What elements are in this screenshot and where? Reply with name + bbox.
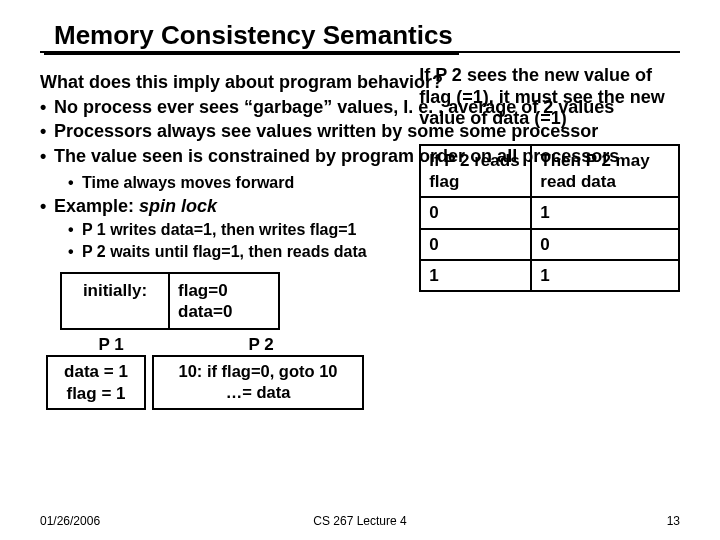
truth-th-2: Then P 2 may read data: [531, 145, 679, 198]
p1-line-2: flag = 1: [52, 383, 140, 404]
p1-code: data = 1 flag = 1: [46, 355, 146, 410]
cell-r1-b: 0: [531, 229, 679, 260]
sub-bullet-p2-text: P 2 waits until flag=1, then reads data: [82, 243, 367, 260]
cell-r2-a: 1: [420, 260, 531, 291]
initially-values: flag=0 data=0: [168, 272, 280, 331]
footer-course: CS 267 Lecture 4: [40, 514, 680, 528]
sub-bullet-p1-text: P 1 writes data=1, then writes flag=1: [82, 221, 356, 238]
sub-bullet-p1: •P 1 writes data=1, then writes flag=1: [40, 220, 411, 240]
right-note: If P 2 sees the new value of flag (=1), …: [419, 65, 680, 130]
initially-label: initially:: [60, 272, 168, 331]
p2-code: 10: if flag=0, goto 10 …= data: [152, 355, 364, 410]
table-row: 0 0: [420, 229, 679, 260]
example-bullet: •Example: spin lock: [40, 195, 411, 218]
title-bar: Memory Consistency Semantics: [40, 18, 680, 53]
cell-r1-a: 0: [420, 229, 531, 260]
truth-th-1: If P 2 reads flag: [420, 145, 531, 198]
cell-r0-a: 0: [420, 197, 531, 228]
code-diagram: initially: flag=0 data=0 P 1 P 2 data = …: [40, 272, 411, 410]
init-data: data=0: [178, 301, 270, 322]
sub-bullet-time: •Time always moves forward: [40, 173, 411, 193]
p2-line-1: 10: if flag=0, goto 10: [158, 361, 358, 382]
p1-line-1: data = 1: [52, 361, 140, 382]
table-row: 0 1: [420, 197, 679, 228]
cell-r2-b: 1: [531, 260, 679, 291]
sub-bullet-time-text: Time always moves forward: [82, 174, 294, 191]
p2-line-2: …= data: [158, 382, 358, 403]
init-flag: flag=0: [178, 280, 270, 301]
p1-label: P 1: [60, 330, 162, 355]
right-column: If P 2 sees the new value of flag (=1), …: [411, 171, 680, 410]
page-title: Memory Consistency Semantics: [44, 20, 459, 55]
footer: 01/26/2006 CS 267 Lecture 4 13: [40, 514, 680, 528]
sub-bullet-p2: •P 2 waits until flag=1, then reads data: [40, 242, 411, 262]
truth-table: If P 2 reads flag Then P 2 may read data…: [419, 144, 680, 292]
table-row: 1 1: [420, 260, 679, 291]
cell-r0-b: 1: [531, 197, 679, 228]
p2-label: P 2: [162, 330, 360, 355]
body: What does this imply about program behav…: [40, 71, 680, 410]
example-label: Example:: [54, 196, 134, 216]
example-name: spin lock: [139, 196, 217, 216]
left-column: •Time always moves forward •Example: spi…: [40, 171, 411, 410]
